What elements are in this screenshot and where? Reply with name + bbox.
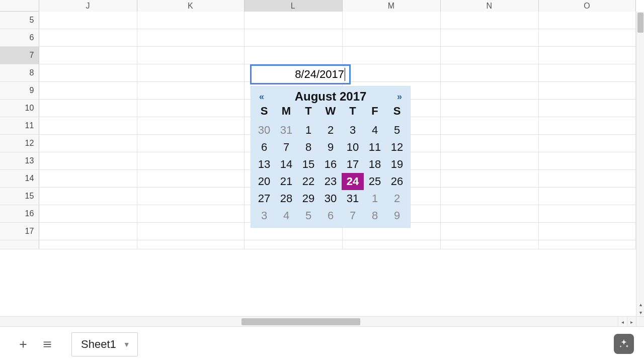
row-header[interactable]: 9 <box>0 82 39 99</box>
cell[interactable] <box>137 152 245 169</box>
vertical-scroll-thumb[interactable] <box>637 13 643 33</box>
cell[interactable] <box>539 117 636 134</box>
cell[interactable] <box>539 223 636 240</box>
cell[interactable] <box>39 12 137 29</box>
cell[interactable] <box>343 12 441 29</box>
cell[interactable] <box>441 29 539 46</box>
datepicker-day[interactable]: 5 <box>297 207 319 224</box>
row-header[interactable]: 5 <box>0 12 39 29</box>
datepicker-day[interactable]: 2 <box>386 190 408 207</box>
scroll-down-button[interactable]: ▾ <box>636 308 644 316</box>
cell[interactable] <box>441 12 539 29</box>
cell[interactable] <box>137 240 245 249</box>
datepicker-day[interactable]: 4 <box>275 207 297 224</box>
datepicker-prev-button[interactable]: « <box>256 92 267 102</box>
datepicker-day[interactable]: 9 <box>319 139 342 156</box>
datepicker-day[interactable]: 17 <box>342 156 364 173</box>
datepicker-day[interactable]: 31 <box>342 190 364 207</box>
cell[interactable] <box>539 47 636 64</box>
datepicker-day[interactable]: 8 <box>297 139 319 156</box>
scroll-left-button[interactable]: ◂ <box>618 317 627 327</box>
cell[interactable] <box>39 223 137 240</box>
cell[interactable] <box>343 29 441 46</box>
datepicker-day[interactable]: 25 <box>364 173 386 190</box>
row-header[interactable]: 13 <box>0 152 39 169</box>
cell[interactable] <box>39 135 137 152</box>
datepicker-day[interactable]: 1 <box>297 122 319 139</box>
datepicker-day[interactable]: 3 <box>342 122 364 139</box>
cell[interactable] <box>441 47 539 64</box>
cell[interactable] <box>539 170 636 187</box>
cell[interactable] <box>39 47 137 64</box>
datepicker-day[interactable]: 2 <box>319 122 342 139</box>
row-header[interactable]: 12 <box>0 135 39 152</box>
cell[interactable] <box>137 47 245 64</box>
vertical-scrollbar[interactable]: ▴ ▾ <box>636 12 644 316</box>
cell[interactable] <box>441 240 539 249</box>
datepicker-day[interactable]: 6 <box>253 139 275 156</box>
row-header[interactable]: 15 <box>0 188 39 205</box>
datepicker-day[interactable]: 7 <box>275 139 297 156</box>
cell[interactable] <box>343 47 441 64</box>
datepicker-day[interactable]: 3 <box>253 207 275 224</box>
row-header[interactable]: 17 <box>0 223 39 240</box>
cell[interactable] <box>539 82 636 99</box>
datepicker-day[interactable]: 20 <box>253 173 275 190</box>
cell[interactable] <box>137 82 245 99</box>
column-header[interactable]: J <box>39 0 137 12</box>
cell[interactable] <box>539 240 636 249</box>
datepicker-day[interactable]: 12 <box>386 139 408 156</box>
cell[interactable] <box>539 135 636 152</box>
datepicker-day[interactable]: 24 <box>342 173 364 190</box>
datepicker-day[interactable]: 23 <box>319 173 342 190</box>
column-header[interactable]: L <box>245 0 343 12</box>
cell[interactable] <box>441 82 539 99</box>
datepicker-day[interactable]: 7 <box>342 207 364 224</box>
datepicker-day[interactable]: 18 <box>364 156 386 173</box>
cell[interactable] <box>441 100 539 117</box>
cell[interactable] <box>39 170 137 187</box>
cell[interactable] <box>539 188 636 205</box>
cell[interactable] <box>39 82 137 99</box>
datepicker-day[interactable]: 31 <box>275 122 297 139</box>
chevron-down-icon[interactable]: ▼ <box>123 340 130 348</box>
datepicker-day[interactable]: 8 <box>364 207 386 224</box>
cell[interactable] <box>441 205 539 222</box>
cell[interactable] <box>539 12 636 29</box>
add-sheet-button[interactable] <box>13 334 33 354</box>
datepicker-day[interactable]: 4 <box>364 122 386 139</box>
cell[interactable] <box>137 12 245 29</box>
datepicker-day[interactable]: 5 <box>386 122 408 139</box>
cell[interactable] <box>39 64 137 81</box>
datepicker-day[interactable]: 1 <box>364 190 386 207</box>
datepicker-day[interactable]: 28 <box>275 190 297 207</box>
cell[interactable] <box>441 135 539 152</box>
cell[interactable] <box>39 188 137 205</box>
scroll-right-button[interactable]: ▸ <box>627 317 636 327</box>
row-header[interactable]: 7 <box>0 47 39 64</box>
datepicker-day[interactable]: 15 <box>297 156 319 173</box>
cell[interactable] <box>39 240 137 249</box>
sheet-tab[interactable]: Sheet1 ▼ <box>71 332 138 356</box>
cell[interactable] <box>441 117 539 134</box>
row-header[interactable]: 16 <box>0 205 39 222</box>
datepicker-day[interactable]: 14 <box>275 156 297 173</box>
row-header[interactable]: 11 <box>0 117 39 134</box>
datepicker-day[interactable]: 11 <box>364 139 386 156</box>
cell[interactable] <box>39 152 137 169</box>
row-header[interactable] <box>0 240 39 249</box>
datepicker-day[interactable]: 27 <box>253 190 275 207</box>
explore-button[interactable] <box>614 334 634 354</box>
datepicker-day[interactable]: 30 <box>319 190 342 207</box>
cell[interactable] <box>539 152 636 169</box>
cell[interactable] <box>137 100 245 117</box>
column-header[interactable]: M <box>343 0 441 12</box>
cell[interactable] <box>137 170 245 187</box>
datepicker-day[interactable]: 26 <box>386 173 408 190</box>
row-header[interactable]: 14 <box>0 170 39 187</box>
cell[interactable] <box>245 12 343 29</box>
horizontal-scroll-thumb[interactable] <box>242 318 360 325</box>
row-header[interactable]: 8 <box>0 64 39 81</box>
datepicker-day[interactable]: 21 <box>275 173 297 190</box>
all-sheets-button[interactable] <box>37 334 57 354</box>
